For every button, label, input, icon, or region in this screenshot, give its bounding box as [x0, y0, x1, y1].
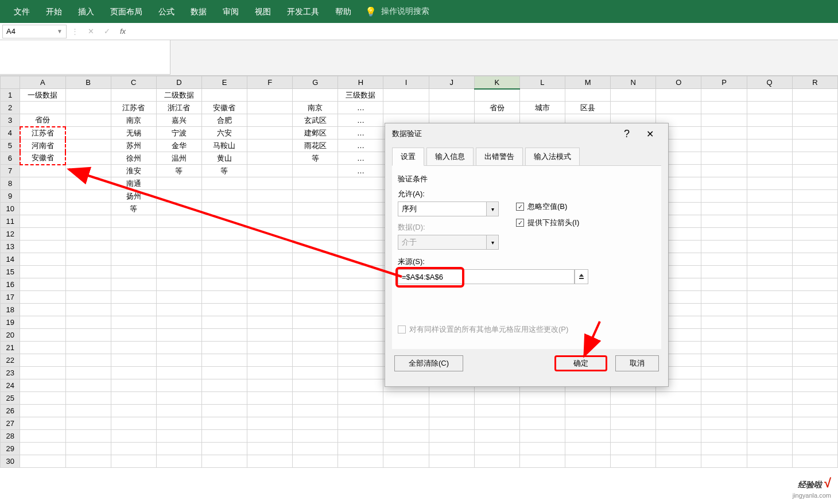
cell-G7[interactable]: [293, 165, 338, 177]
cell-D3[interactable]: 嘉兴: [156, 114, 201, 127]
cell-H11[interactable]: [338, 215, 383, 228]
cell-Q23[interactable]: [747, 367, 792, 379]
cell-R16[interactable]: [792, 278, 837, 291]
cell-H26[interactable]: [338, 405, 383, 417]
cell-H28[interactable]: [338, 430, 383, 443]
row-header-13[interactable]: 13: [1, 241, 20, 253]
cell-D15[interactable]: [156, 266, 201, 278]
cell-B22[interactable]: [65, 354, 111, 367]
cell-C2[interactable]: 江苏省: [111, 102, 156, 114]
cell-A13[interactable]: [20, 241, 65, 253]
cell-H6[interactable]: …: [338, 152, 383, 165]
cell-G2[interactable]: 南京: [293, 102, 338, 114]
cell-A25[interactable]: [20, 392, 65, 405]
cell-A15[interactable]: [20, 266, 65, 278]
cell-H24[interactable]: [338, 379, 383, 392]
cell-F15[interactable]: [247, 266, 293, 278]
row-header-20[interactable]: 20: [1, 329, 20, 342]
cell-A28[interactable]: [20, 430, 65, 443]
cell-A1[interactable]: 一级数据: [20, 89, 65, 102]
cell-R18[interactable]: [792, 304, 837, 316]
close-icon[interactable]: ✕: [638, 129, 661, 139]
row-header-9[interactable]: 9: [1, 190, 20, 203]
cell-Q16[interactable]: [747, 278, 792, 291]
cell-A23[interactable]: [20, 367, 65, 379]
cell-Q20[interactable]: [747, 329, 792, 342]
cell-M2[interactable]: 区县: [565, 102, 611, 114]
cell-E7[interactable]: 等: [201, 165, 247, 177]
cell-D6[interactable]: 温州: [156, 152, 201, 165]
cell-C1[interactable]: [111, 89, 156, 102]
cell-H10[interactable]: [338, 203, 383, 215]
tab-layout[interactable]: 页面布局: [102, 0, 150, 23]
cell-C21[interactable]: [111, 342, 156, 354]
cell-C12[interactable]: [111, 228, 156, 241]
cell-F7[interactable]: [247, 165, 293, 177]
cell-H15[interactable]: [338, 266, 383, 278]
cell-P2[interactable]: [701, 102, 747, 114]
cell-A20[interactable]: [20, 329, 65, 342]
cell-P16[interactable]: [701, 278, 747, 291]
cell-A12[interactable]: [20, 228, 65, 241]
cell-R4[interactable]: [792, 127, 837, 139]
cell-Q26[interactable]: [747, 405, 792, 417]
cell-G14[interactable]: [293, 253, 338, 266]
cell-P29[interactable]: [701, 443, 747, 455]
cell-P9[interactable]: [701, 190, 747, 203]
cell-A14[interactable]: [20, 253, 65, 266]
cell-H1[interactable]: 三级数据: [338, 89, 383, 102]
cell-H16[interactable]: [338, 278, 383, 291]
cell-M29[interactable]: [565, 443, 611, 455]
cell-R6[interactable]: [792, 152, 837, 165]
cell-E25[interactable]: [201, 392, 247, 405]
cell-I26[interactable]: [383, 405, 429, 417]
cell-B17[interactable]: [65, 291, 111, 304]
cell-G21[interactable]: [293, 342, 338, 354]
cell-B15[interactable]: [65, 266, 111, 278]
cell-E12[interactable]: [201, 228, 247, 241]
cell-C11[interactable]: [111, 215, 156, 228]
cell-P25[interactable]: [701, 392, 747, 405]
cell-B3[interactable]: [65, 114, 111, 127]
cell-E14[interactable]: [201, 253, 247, 266]
cell-D2[interactable]: 浙江省: [156, 102, 201, 114]
cell-P4[interactable]: [701, 127, 747, 139]
cell-H30[interactable]: [338, 455, 383, 468]
col-header-Q[interactable]: Q: [747, 76, 792, 89]
cell-B26[interactable]: [65, 405, 111, 417]
source-input[interactable]: [398, 269, 575, 284]
cell-G29[interactable]: [293, 443, 338, 455]
cell-M30[interactable]: [565, 455, 611, 468]
cell-G12[interactable]: [293, 228, 338, 241]
cell-C8[interactable]: 南通: [111, 177, 156, 190]
cell-H21[interactable]: [338, 342, 383, 354]
cell-B12[interactable]: [65, 228, 111, 241]
cell-P8[interactable]: [701, 177, 747, 190]
cell-F17[interactable]: [247, 291, 293, 304]
cell-Q8[interactable]: [747, 177, 792, 190]
cell-E22[interactable]: [201, 354, 247, 367]
cell-P6[interactable]: [701, 152, 747, 165]
cell-B13[interactable]: [65, 241, 111, 253]
cell-A27[interactable]: [20, 417, 65, 430]
tab-file[interactable]: 文件: [6, 0, 38, 23]
cell-F1[interactable]: [247, 89, 293, 102]
cell-D8[interactable]: [156, 177, 201, 190]
tab-home[interactable]: 开始: [38, 0, 70, 23]
cell-H5[interactable]: …: [338, 139, 383, 152]
row-header-17[interactable]: 17: [1, 291, 20, 304]
cell-H4[interactable]: …: [338, 127, 383, 139]
fx-icon[interactable]: fx: [115, 27, 131, 36]
cell-F2[interactable]: [247, 102, 293, 114]
row-header-26[interactable]: 26: [1, 405, 20, 417]
allow-select[interactable]: 序列: [398, 201, 487, 216]
dialog-titlebar[interactable]: 数据验证 ? ✕: [385, 123, 668, 144]
cell-E13[interactable]: [201, 241, 247, 253]
cell-F27[interactable]: [247, 417, 293, 430]
cell-E23[interactable]: [201, 367, 247, 379]
cancel-formula-icon[interactable]: ✕: [83, 27, 99, 36]
cell-R29[interactable]: [792, 443, 837, 455]
cell-E3[interactable]: 合肥: [201, 114, 247, 127]
cell-D9[interactable]: [156, 190, 201, 203]
cell-B28[interactable]: [65, 430, 111, 443]
